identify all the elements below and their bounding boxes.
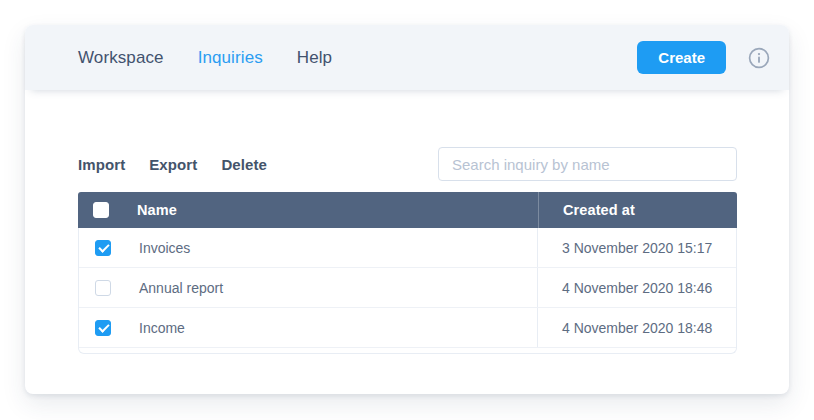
column-header-created-at: Created at bbox=[538, 192, 737, 228]
delete-button[interactable]: Delete bbox=[221, 156, 267, 173]
nav-item-inquiries[interactable]: Inquiries bbox=[198, 48, 263, 68]
inquiry-name: Invoices bbox=[139, 240, 190, 256]
inquiry-name: Annual report bbox=[139, 280, 223, 296]
table-body: Invoices 3 November 2020 15:17 Annual re… bbox=[78, 228, 737, 354]
created-at-cell: 4 November 2020 18:46 bbox=[537, 268, 736, 307]
created-at-value: 3 November 2020 15:17 bbox=[562, 240, 712, 256]
export-button[interactable]: Export bbox=[149, 156, 197, 173]
table-row[interactable]: Income 4 November 2020 18:48 bbox=[79, 308, 736, 348]
nav-item-help[interactable]: Help bbox=[297, 48, 332, 68]
created-at-cell: 3 November 2020 15:17 bbox=[537, 228, 736, 267]
row-checkbox[interactable] bbox=[95, 280, 111, 296]
top-nav: Workspace Inquiries Help Create bbox=[25, 25, 789, 90]
inquiries-table: Name Created at Invoices 3 November 2020… bbox=[78, 192, 737, 354]
import-button[interactable]: Import bbox=[78, 156, 125, 173]
row-checkbox[interactable] bbox=[95, 320, 111, 336]
inquiries-panel: Import Export Delete Name Created at bbox=[25, 90, 789, 354]
created-at-value: 4 November 2020 18:48 bbox=[562, 320, 712, 336]
name-cell: Income bbox=[79, 308, 537, 347]
name-cell: Invoices bbox=[79, 228, 537, 267]
created-at-value: 4 November 2020 18:46 bbox=[562, 280, 712, 296]
search-input[interactable] bbox=[438, 147, 737, 181]
name-cell: Annual report bbox=[79, 268, 537, 307]
row-checkbox[interactable] bbox=[95, 240, 111, 256]
inquiry-name: Income bbox=[139, 320, 185, 336]
column-header-name: Name bbox=[137, 192, 538, 228]
created-at-cell: 4 November 2020 18:48 bbox=[537, 308, 736, 347]
table-toolbar: Import Export Delete bbox=[78, 147, 737, 181]
table-row[interactable]: Annual report 4 November 2020 18:46 bbox=[79, 268, 736, 308]
nav-item-workspace[interactable]: Workspace bbox=[78, 48, 164, 68]
table-header-row: Name Created at bbox=[78, 192, 737, 228]
info-icon[interactable] bbox=[748, 47, 770, 69]
app-card: Workspace Inquiries Help Create Import E… bbox=[25, 25, 789, 394]
select-all-checkbox[interactable] bbox=[93, 202, 109, 218]
create-button[interactable]: Create bbox=[637, 41, 726, 74]
table-row[interactable]: Invoices 3 November 2020 15:17 bbox=[79, 228, 736, 268]
